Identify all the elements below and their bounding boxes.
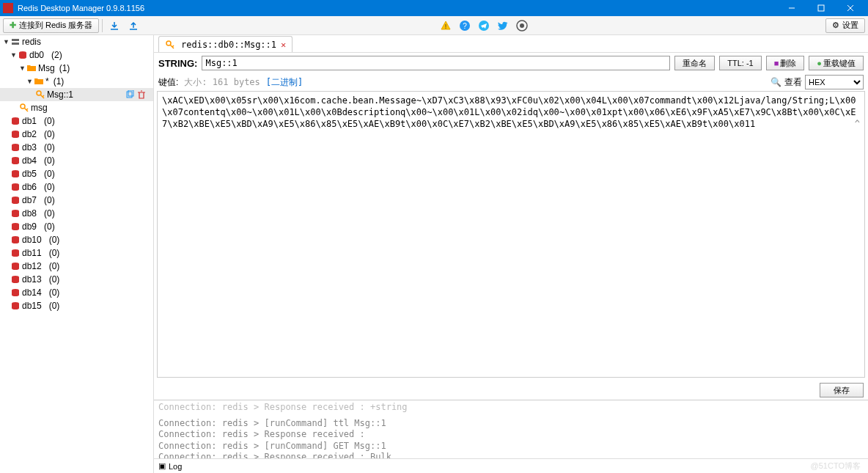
log-toggle-icon[interactable]: ▣ (158, 461, 166, 471)
value-meta-row: 键值: 大小: 161 bytes [二进制] 🔍 查看 HEX (154, 73, 868, 91)
svg-rect-10 (12, 39, 19, 41)
telegram-icon[interactable] (475, 18, 493, 33)
db-count: (0) (49, 274, 60, 285)
db-count: (0) (44, 221, 55, 232)
svg-rect-15 (128, 90, 133, 96)
db-node[interactable]: db5(0) (0, 167, 153, 180)
svg-text:!: ! (445, 23, 447, 30)
reload-button[interactable]: ● 重载键值 (809, 56, 864, 70)
db-label: db12 (22, 261, 42, 271)
github-icon[interactable] (513, 18, 531, 33)
db-node[interactable]: db14(0) (0, 286, 153, 299)
toolbar-divider (102, 19, 103, 32)
tab-label: redis::db0::Msg::1 (181, 40, 276, 50)
db-node[interactable]: db4(0) (0, 154, 153, 167)
db-node[interactable]: db3(0) (0, 141, 153, 154)
db-node[interactable]: db13(0) (0, 273, 153, 286)
database-icon (10, 221, 21, 232)
settings-label: 设置 (842, 20, 858, 31)
db-label: db15 (22, 301, 42, 311)
db-node[interactable]: db1(0) (0, 114, 153, 128)
connection-tree[interactable]: ▼ redis ▼ db0 (2) ▼ Msg (1) ▼ * (1) Msg:… (0, 35, 154, 473)
svg-rect-11 (12, 43, 19, 45)
rename-button[interactable]: 重命名 (674, 56, 715, 70)
binary-link[interactable]: [二进制] (266, 76, 303, 89)
app-icon (3, 3, 13, 13)
folder-count: (1) (54, 76, 65, 87)
arrow-down-icon: ▼ (10, 51, 18, 59)
svg-point-9 (520, 23, 524, 28)
folder-star-node[interactable]: ▼ * (1) (0, 75, 153, 88)
db-node[interactable]: db2(0) (0, 128, 153, 141)
arrow-down-icon: ▼ (26, 78, 34, 85)
save-button[interactable]: 保存 (820, 383, 864, 397)
maximize-button[interactable] (806, 0, 836, 16)
help-icon[interactable]: ? (456, 18, 474, 33)
type-label: STRING: (158, 58, 197, 69)
db-node[interactable]: db10(0) (0, 233, 153, 246)
key-header-row: STRING: 重命名 TTL: -1 ■ 删除 ● 重载键值 (154, 53, 868, 73)
db-node[interactable]: db7(0) (0, 194, 153, 207)
db-label: db8 (22, 208, 37, 219)
log-footer-label: Log (169, 462, 182, 471)
magnifier-icon: 🔍 (770, 77, 781, 87)
db-node[interactable]: db6(0) (0, 180, 153, 194)
settings-button[interactable]: ⚙ 设置 (825, 18, 865, 33)
db-label: db3 (22, 142, 37, 153)
minimize-button[interactable] (777, 0, 806, 16)
log-line: Connection: redis > Response received : (158, 429, 864, 441)
log-line: Connection: redis > Response received : … (158, 402, 864, 414)
key-msg1-node[interactable]: Msg::1 (0, 88, 153, 101)
connection-node[interactable]: ▼ redis (0, 35, 153, 48)
key-name-input[interactable] (202, 56, 670, 70)
delete-icon[interactable] (137, 90, 146, 99)
delete-button[interactable]: ■ 删除 (766, 56, 805, 70)
tab-key[interactable]: redis::db0::Msg::1 ✕ (158, 36, 293, 52)
connect-label: 连接到 Redis 服务器 (19, 20, 92, 31)
key-msg-node[interactable]: msg (0, 101, 153, 114)
close-tab-icon[interactable]: ✕ (281, 40, 286, 50)
db0-node[interactable]: ▼ db0 (2) (0, 48, 153, 62)
connect-button[interactable]: ✚ 连接到 Redis 服务器 (3, 18, 99, 33)
db-count: (0) (49, 301, 60, 311)
copy-icon[interactable] (125, 90, 134, 99)
folder-msg-node[interactable]: ▼ Msg (1) (0, 62, 153, 75)
db-node[interactable]: db8(0) (0, 207, 153, 220)
db-node[interactable]: db15(0) (0, 299, 153, 312)
db-count: (0) (44, 208, 55, 219)
main-toolbar: ✚ 连接到 Redis 服务器 ! ? ⚙ 设置 (0, 16, 868, 35)
value-textarea[interactable]: \xAC\xED\x00\x05sr\x00\x16com.cache.bean… (157, 91, 865, 378)
database-icon (10, 155, 21, 166)
db-node[interactable]: db12(0) (0, 260, 153, 273)
db-node[interactable]: db9(0) (0, 220, 153, 233)
log-line: Connection: redis > [runCommand] ttl Msg… (158, 418, 864, 430)
db-label: db13 (22, 274, 42, 285)
warning-icon[interactable]: ! (437, 18, 455, 33)
plus-icon: ✚ (10, 21, 16, 30)
db-label: db11 (22, 248, 42, 258)
arrow-down-icon: ▼ (3, 38, 10, 45)
ttl-button[interactable]: TTL: -1 (719, 56, 761, 70)
db-label: db7 (22, 195, 37, 205)
folder-icon (34, 76, 44, 87)
folder-icon (26, 63, 37, 73)
close-button[interactable] (836, 0, 865, 16)
db-label: db1 (22, 116, 37, 126)
twitter-icon[interactable] (494, 18, 512, 33)
view-mode-select[interactable]: HEX (805, 75, 864, 89)
database-icon (10, 116, 21, 126)
import-button[interactable] (106, 18, 123, 33)
db-label: db9 (22, 221, 37, 232)
database-icon (10, 182, 21, 192)
log-content[interactable]: Connection: redis > Response received : … (154, 400, 868, 458)
db-count: (0) (44, 129, 55, 139)
folder-label: Msg (38, 63, 55, 73)
window-titlebar: Redis Desktop Manager 0.9.8.1156 (0, 0, 868, 16)
export-button[interactable] (125, 18, 142, 33)
db-count: (0) (44, 142, 55, 153)
log-footer: ▣ Log @51CTO博客 (154, 458, 868, 473)
key-icon (35, 89, 45, 100)
log-panel: Connection: redis > Response received : … (154, 400, 868, 473)
db-label: db4 (22, 155, 37, 166)
db-node[interactable]: db11(0) (0, 246, 153, 260)
